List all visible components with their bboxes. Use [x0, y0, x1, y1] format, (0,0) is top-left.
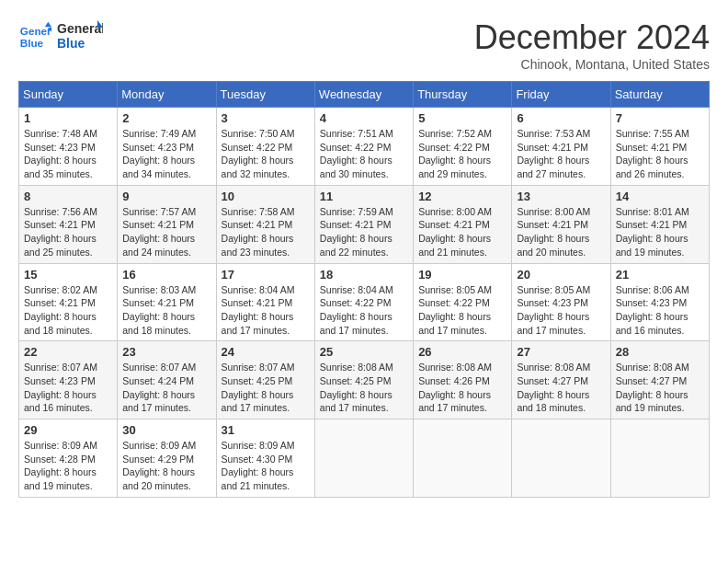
day-info: Sunrise: 8:07 AMSunset: 4:23 PMDaylight:…	[24, 361, 112, 415]
svg-text:Blue: Blue	[57, 36, 85, 51]
calendar-cell: 20Sunrise: 8:05 AMSunset: 4:23 PMDayligh…	[512, 263, 610, 341]
day-info: Sunrise: 7:57 AMSunset: 4:21 PMDaylight:…	[122, 205, 210, 259]
calendar-cell: 18Sunrise: 8:04 AMSunset: 4:22 PMDayligh…	[314, 263, 413, 341]
day-info: Sunrise: 8:09 AMSunset: 4:30 PMDaylight:…	[222, 439, 310, 493]
day-number: 19	[418, 268, 506, 282]
calendar-cell: 10Sunrise: 7:58 AMSunset: 4:21 PMDayligh…	[216, 185, 314, 263]
calendar-cell: 11Sunrise: 7:59 AMSunset: 4:21 PMDayligh…	[314, 185, 413, 263]
day-number: 18	[320, 268, 408, 282]
day-number: 30	[122, 423, 210, 437]
day-info: Sunrise: 8:00 AMSunset: 4:21 PMDaylight:…	[517, 205, 605, 259]
calendar-table: SundayMondayTuesdayWednesdayThursdayFrid…	[18, 81, 710, 498]
day-number: 15	[24, 268, 112, 282]
calendar-cell: 24Sunrise: 8:07 AMSunset: 4:25 PMDayligh…	[216, 341, 314, 419]
day-info: Sunrise: 8:03 AMSunset: 4:21 PMDaylight:…	[122, 283, 210, 338]
weekday-header-monday: Monday	[118, 82, 216, 108]
calendar-week-row: 15Sunrise: 8:02 AMSunset: 4:21 PMDayligh…	[19, 263, 710, 341]
day-number: 6	[517, 111, 605, 125]
calendar-cell: 27Sunrise: 8:08 AMSunset: 4:27 PMDayligh…	[512, 341, 610, 419]
day-info: Sunrise: 7:53 AMSunset: 4:21 PMDaylight:…	[517, 127, 605, 181]
calendar-cell	[610, 419, 709, 498]
day-number: 20	[517, 268, 605, 282]
day-info: Sunrise: 8:08 AMSunset: 4:25 PMDaylight:…	[320, 361, 408, 415]
weekday-header-saturday: Saturday	[610, 82, 709, 108]
day-info: Sunrise: 8:01 AMSunset: 4:21 PMDaylight:…	[616, 205, 704, 259]
day-number: 8	[24, 190, 112, 203]
day-info: Sunrise: 8:05 AMSunset: 4:23 PMDaylight:…	[517, 283, 605, 338]
calendar-week-row: 8Sunrise: 7:56 AMSunset: 4:21 PMDaylight…	[19, 185, 710, 263]
calendar-cell: 3Sunrise: 7:50 AMSunset: 4:22 PMDaylight…	[216, 108, 314, 186]
weekday-header-wednesday: Wednesday	[314, 82, 413, 108]
calendar-cell	[314, 419, 413, 498]
calendar-cell: 28Sunrise: 8:08 AMSunset: 4:27 PMDayligh…	[610, 341, 709, 419]
day-info: Sunrise: 8:07 AMSunset: 4:25 PMDaylight:…	[222, 361, 310, 415]
day-number: 1	[24, 111, 112, 125]
day-info: Sunrise: 8:08 AMSunset: 4:27 PMDaylight:…	[616, 361, 704, 415]
calendar-cell	[414, 419, 512, 498]
day-info: Sunrise: 8:07 AMSunset: 4:24 PMDaylight:…	[122, 361, 210, 415]
weekday-header-tuesday: Tuesday	[216, 82, 314, 108]
logo: General Blue General Blue General Blue	[18, 18, 103, 55]
calendar-cell: 2Sunrise: 7:49 AMSunset: 4:23 PMDaylight…	[118, 108, 216, 186]
day-number: 27	[517, 345, 605, 359]
day-number: 23	[122, 345, 210, 359]
calendar-cell: 19Sunrise: 8:05 AMSunset: 4:22 PMDayligh…	[414, 263, 512, 341]
day-number: 31	[222, 423, 310, 437]
day-info: Sunrise: 7:56 AMSunset: 4:21 PMDaylight:…	[24, 205, 112, 259]
calendar-cell	[512, 419, 610, 498]
page-header: General Blue General Blue General Blue D…	[18, 18, 710, 72]
calendar-cell: 31Sunrise: 8:09 AMSunset: 4:30 PMDayligh…	[216, 419, 314, 498]
day-info: Sunrise: 7:49 AMSunset: 4:23 PMDaylight:…	[122, 127, 210, 181]
calendar-cell: 16Sunrise: 8:03 AMSunset: 4:21 PMDayligh…	[118, 263, 216, 341]
logo-graphic: General Blue	[57, 18, 103, 55]
day-info: Sunrise: 7:48 AMSunset: 4:23 PMDaylight:…	[24, 127, 112, 181]
calendar-cell: 5Sunrise: 7:52 AMSunset: 4:22 PMDaylight…	[414, 108, 512, 186]
day-number: 14	[616, 190, 704, 203]
logo-icon: General Blue	[18, 20, 51, 53]
day-number: 12	[418, 190, 506, 203]
calendar-cell: 13Sunrise: 8:00 AMSunset: 4:21 PMDayligh…	[512, 185, 610, 263]
day-info: Sunrise: 8:09 AMSunset: 4:28 PMDaylight:…	[24, 439, 112, 493]
day-info: Sunrise: 7:51 AMSunset: 4:22 PMDaylight:…	[320, 127, 408, 181]
day-number: 21	[616, 268, 704, 282]
day-number: 25	[320, 345, 408, 359]
calendar-header-row: SundayMondayTuesdayWednesdayThursdayFrid…	[19, 82, 710, 108]
day-number: 9	[122, 190, 210, 203]
day-info: Sunrise: 7:50 AMSunset: 4:22 PMDaylight:…	[222, 127, 310, 181]
calendar-cell: 26Sunrise: 8:08 AMSunset: 4:26 PMDayligh…	[414, 341, 512, 419]
day-info: Sunrise: 8:00 AMSunset: 4:21 PMDaylight:…	[418, 205, 506, 259]
calendar-cell: 23Sunrise: 8:07 AMSunset: 4:24 PMDayligh…	[118, 341, 216, 419]
calendar-cell: 17Sunrise: 8:04 AMSunset: 4:21 PMDayligh…	[216, 263, 314, 341]
day-number: 5	[418, 111, 506, 125]
calendar-cell: 6Sunrise: 7:53 AMSunset: 4:21 PMDaylight…	[512, 108, 610, 186]
month-title: December 2024	[474, 18, 710, 57]
day-number: 28	[616, 345, 704, 359]
day-number: 29	[24, 423, 112, 437]
svg-text:Blue: Blue	[20, 37, 44, 49]
day-info: Sunrise: 8:06 AMSunset: 4:23 PMDaylight:…	[616, 283, 704, 338]
calendar-cell: 14Sunrise: 8:01 AMSunset: 4:21 PMDayligh…	[610, 185, 709, 263]
day-info: Sunrise: 8:02 AMSunset: 4:21 PMDaylight:…	[24, 283, 112, 338]
day-info: Sunrise: 8:09 AMSunset: 4:29 PMDaylight:…	[122, 439, 210, 493]
day-info: Sunrise: 8:08 AMSunset: 4:26 PMDaylight:…	[418, 361, 506, 415]
calendar-cell: 21Sunrise: 8:06 AMSunset: 4:23 PMDayligh…	[610, 263, 709, 341]
day-info: Sunrise: 7:52 AMSunset: 4:22 PMDaylight:…	[418, 127, 506, 181]
day-number: 3	[222, 111, 310, 125]
calendar-cell: 1Sunrise: 7:48 AMSunset: 4:23 PMDaylight…	[19, 108, 118, 186]
day-number: 26	[418, 345, 506, 359]
day-number: 24	[222, 345, 310, 359]
weekday-header-sunday: Sunday	[19, 82, 118, 108]
day-info: Sunrise: 7:55 AMSunset: 4:21 PMDaylight:…	[616, 127, 704, 181]
day-number: 2	[122, 111, 210, 125]
calendar-cell: 12Sunrise: 8:00 AMSunset: 4:21 PMDayligh…	[414, 185, 512, 263]
day-info: Sunrise: 8:08 AMSunset: 4:27 PMDaylight:…	[517, 361, 605, 415]
calendar-cell: 15Sunrise: 8:02 AMSunset: 4:21 PMDayligh…	[19, 263, 118, 341]
calendar-week-row: 22Sunrise: 8:07 AMSunset: 4:23 PMDayligh…	[19, 341, 710, 419]
svg-text:General: General	[57, 21, 103, 36]
weekday-header-thursday: Thursday	[414, 82, 512, 108]
day-info: Sunrise: 7:59 AMSunset: 4:21 PMDaylight:…	[320, 205, 408, 259]
calendar-week-row: 29Sunrise: 8:09 AMSunset: 4:28 PMDayligh…	[19, 419, 710, 498]
day-info: Sunrise: 7:58 AMSunset: 4:21 PMDaylight:…	[222, 205, 310, 259]
day-info: Sunrise: 8:04 AMSunset: 4:22 PMDaylight:…	[320, 283, 408, 338]
calendar-cell: 4Sunrise: 7:51 AMSunset: 4:22 PMDaylight…	[314, 108, 413, 186]
